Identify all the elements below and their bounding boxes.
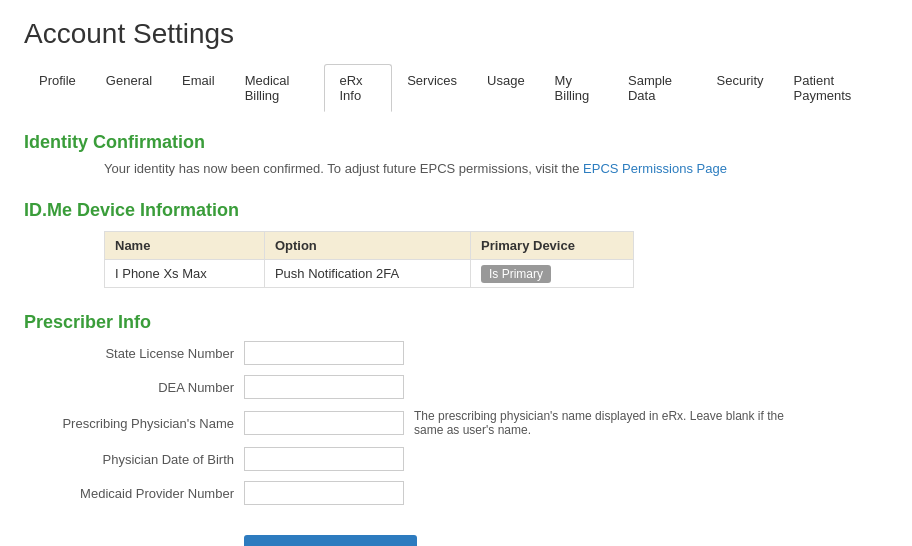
tab-general[interactable]: General (91, 64, 167, 112)
identity-confirmation-title: Identity Confirmation (24, 132, 888, 153)
label-state-license: State License Number (24, 346, 244, 361)
tab-medical-billing[interactable]: Medical Billing (230, 64, 325, 112)
prescriber-section: Prescriber Info State License Number DEA… (24, 312, 888, 546)
device-name: I Phone Xs Max (105, 260, 265, 288)
field-row-dea: DEA Number (24, 375, 888, 399)
col-header-name: Name (105, 232, 265, 260)
label-medicaid: Medicaid Provider Number (24, 486, 244, 501)
tab-profile[interactable]: Profile (24, 64, 91, 112)
page-title: Account Settings (24, 18, 888, 50)
tab-email[interactable]: Email (167, 64, 230, 112)
tab-security[interactable]: Security (702, 64, 779, 112)
tabs-bar: Profile General Email Medical Billing eR… (24, 64, 888, 112)
idme-title: ID.Me Device Information (24, 200, 888, 221)
tab-my-billing[interactable]: My Billing (540, 64, 613, 112)
input-dea[interactable] (244, 375, 404, 399)
identity-confirmation-text: Your identity has now been confirmed. To… (104, 161, 888, 176)
tab-services[interactable]: Services (392, 64, 472, 112)
update-profile-button[interactable]: Update Entire Profile (244, 535, 417, 546)
content-area: Identity Confirmation Your identity has … (24, 112, 888, 546)
field-row-physician-dob: Physician Date of Birth (24, 447, 888, 471)
table-row: I Phone Xs Max Push Notification 2FA Is … (105, 260, 634, 288)
device-option: Push Notification 2FA (264, 260, 470, 288)
device-primary: Is Primary (470, 260, 633, 288)
tab-patient-payments[interactable]: Patient Payments (779, 64, 888, 112)
label-physician-dob: Physician Date of Birth (24, 452, 244, 467)
col-header-option: Option (264, 232, 470, 260)
input-state-license[interactable] (244, 341, 404, 365)
tab-erx-info[interactable]: eRx Info (324, 64, 392, 112)
label-dea: DEA Number (24, 380, 244, 395)
identity-body-text: Your identity has now been confirmed. To… (104, 161, 583, 176)
tab-usage[interactable]: Usage (472, 64, 540, 112)
field-row-medicaid: Medicaid Provider Number (24, 481, 888, 505)
input-physician-dob[interactable] (244, 447, 404, 471)
input-medicaid[interactable] (244, 481, 404, 505)
tab-sample-data[interactable]: Sample Data (613, 64, 702, 112)
field-row-physician-name: Prescribing Physician's Name The prescri… (24, 409, 888, 437)
device-table: Name Option Primary Device I Phone Xs Ma… (104, 231, 634, 288)
prescriber-title: Prescriber Info (24, 312, 888, 333)
epcs-permissions-link[interactable]: EPCS Permissions Page (583, 161, 727, 176)
col-header-primary: Primary Device (470, 232, 633, 260)
idme-section: ID.Me Device Information Name Option Pri… (24, 200, 888, 288)
field-row-state-license: State License Number (24, 341, 888, 365)
input-physician-name[interactable] (244, 411, 404, 435)
primary-badge: Is Primary (481, 265, 551, 283)
hint-physician-name: The prescribing physician's name display… (414, 409, 794, 437)
label-physician-name: Prescribing Physician's Name (24, 416, 244, 431)
identity-confirmation-section: Identity Confirmation Your identity has … (24, 132, 888, 176)
